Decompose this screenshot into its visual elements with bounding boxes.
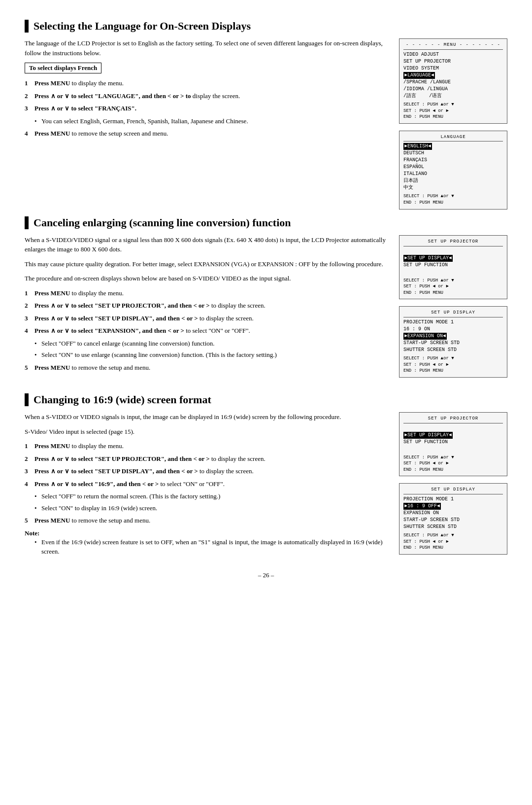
section2-intro2: This may cause picture quality degration… xyxy=(25,259,389,269)
section2: Canceling enlarging (scanning line conve… xyxy=(25,216,507,385)
section2-intro3: The procedure and on-screen displays sho… xyxy=(25,274,389,283)
menu-line xyxy=(403,248,503,255)
menu-footer: SELECT : PUSH ▲or ▼ SET : PUSH ◄ or ► EN… xyxy=(403,102,503,120)
note-content: • Even if the 16:9 (wide) screen feature… xyxy=(34,537,389,557)
menu-line: SHUTTER SCREEN STD xyxy=(403,347,503,353)
menu-line xyxy=(403,446,503,453)
section1-box-label: To select displays French xyxy=(25,63,101,73)
menu-line: ►EXPANSION ON◄ xyxy=(403,333,503,340)
bullet-item: • Select "ON" to use enlarge (scanning l… xyxy=(34,350,389,360)
menu-footer-line: SELECT : PUSH ▲or ▼ xyxy=(403,455,503,461)
section3-left: When a S-VIDEO or VIDEO signals is input… xyxy=(25,412,389,561)
section3-right: SET UP PROJECTOR ►SET UP DISPLAY◄ SET UP… xyxy=(399,412,507,561)
step-text: Press ∧ or ∨ to select "SET UP PROJECTOR… xyxy=(34,454,389,464)
menu-line: SET UP PROJECTOR xyxy=(403,58,503,65)
menu-line: PROJECTION MODE 1 xyxy=(403,319,503,326)
menu-box-4: SET UP DISPLAY PROJECTION MODE 1 16 : 9 … xyxy=(399,306,507,377)
section2-left: When a S-VIDEO/VIDEO signal or a signal … xyxy=(25,235,389,385)
step-num: 1 xyxy=(25,441,34,451)
bullet-text: You can select English, German, French, … xyxy=(41,116,248,126)
menu-footer-line: END : PUSH MENU xyxy=(403,114,503,120)
menu-footer-line: END : PUSH MENU xyxy=(403,467,503,473)
section1-right: - - - - - - MENU - - - - - - - VIDEO ADJ… xyxy=(399,38,507,216)
menu-line: EXPANSION ON xyxy=(403,510,503,517)
section2-intro1: When a S-VIDEO/VIDEO signal or a signal … xyxy=(25,235,389,254)
menu-line: VIDEO ADJUST xyxy=(403,51,503,58)
menu-line: ►SET UP DISPLAY◄ xyxy=(403,432,503,439)
step-2-5: 5 Press MENU to remove the setup and men… xyxy=(25,363,389,373)
step-text: Press ∧ or ∨ to select "FRANÇAIS". xyxy=(34,104,389,113)
highlighted-item: ►16 : 9 OFF◄ xyxy=(403,503,441,510)
menu-footer-line: END : PUSH MENU xyxy=(403,290,503,296)
step-num: 1 xyxy=(25,288,34,298)
menu-footer-line: END : PUSH MENU xyxy=(403,545,503,551)
menu-box-2: LANGUAGE ►ENGLISH◄ DEUTSCH FRANÇAIS ESPA… xyxy=(399,131,507,210)
bullet-item: • Select "ON" to display in 16:9 (wide) … xyxy=(34,503,389,513)
step-num: 2 xyxy=(25,91,34,101)
step-text: Press MENU to remove the setup and menu. xyxy=(34,363,389,373)
menu-footer-line: SELECT : PUSH ▲or ▼ xyxy=(403,355,503,362)
section3-bullets: • Select "OFF" to return the normal scre… xyxy=(34,491,389,513)
menu-line: SET UP FUNCTION xyxy=(403,262,503,269)
menu-line: PROJECTION MODE 1 xyxy=(403,496,503,503)
step-text: Press ∧ or ∨ to select "SET UP DISPLAY",… xyxy=(34,314,389,323)
menu-line: DEUTSCH xyxy=(403,150,503,157)
menu-line: /SPRACHE /LANGUE xyxy=(403,79,503,86)
menu-line: START-UP SCREEN STD xyxy=(403,340,503,347)
note-text: Even if the 16:9 (wide) screen feature i… xyxy=(41,537,389,557)
step-1-2: 2 Press ∧ or ∨ to select "LANGUAGE", and… xyxy=(25,91,389,101)
menu-footer-line: SELECT : PUSH ▲or ▼ xyxy=(403,102,503,108)
highlighted-item: ►EXPANSION ON◄ xyxy=(403,333,447,340)
section1-left: The language of the LCD Projector is set… xyxy=(25,38,389,216)
menu-footer-line: SELECT : PUSH ▲or ▼ xyxy=(403,193,503,200)
menu-footer: SELECT : PUSH ▲or ▼ SET : PUSH ◄ or ► EN… xyxy=(403,355,503,374)
menu-line: 日本語 xyxy=(403,177,503,184)
menu-line: 中文 xyxy=(403,184,503,191)
bullet-item: • Select "OFF" to return the normal scre… xyxy=(34,491,389,501)
menu-line: ESPAÑOL xyxy=(403,164,503,171)
menu-box-6: SET UP DISPLAY PROJECTION MODE 1 ►16 : 9… xyxy=(399,483,507,554)
section1-intro: The language of the LCD Projector is set… xyxy=(25,38,389,58)
section1: Selecting the Language for On-Screen Dis… xyxy=(25,20,507,216)
highlighted-item: ►LANGUAGE◄ xyxy=(403,72,435,79)
menu-line: /IDIOMA /LINGUA xyxy=(403,86,503,93)
menu-line xyxy=(403,425,503,432)
bullet-text: Select "OFF" to cancel enlarge (scanning… xyxy=(41,339,215,349)
step-num: 5 xyxy=(25,363,34,373)
menu-footer-line: SELECT : PUSH ▲or ▼ xyxy=(403,278,503,284)
step-3-3: 3 Press ∧ or ∨ to select "SET UP DISPLAY… xyxy=(25,466,389,476)
step-2-4: 4 Press ∧ or ∨ to select "EXPANSION", an… xyxy=(25,326,389,336)
menu-line: ►LANGUAGE◄ xyxy=(403,72,503,79)
step-num: 4 xyxy=(25,479,34,489)
menu-title: SET UP DISPLAY xyxy=(403,487,503,494)
note-label: Note: xyxy=(25,529,39,537)
step-3-5: 5 Press MENU to remove the setup and men… xyxy=(25,516,389,525)
menu-footer-line: SET : PUSH ◄ or ► xyxy=(403,108,503,114)
step-2-3: 3 Press ∧ or ∨ to select "SET UP DISPLAY… xyxy=(25,314,389,323)
bullet-text: Select "ON" to display in 16:9 (wide) sc… xyxy=(41,503,157,513)
step-text: Press MENU to remove the setup and menu. xyxy=(34,516,389,525)
menu-line: 16 : 9 ON xyxy=(403,326,503,333)
menu-footer-line: SET : PUSH ◄ or ► xyxy=(403,362,503,368)
highlighted-item: ►SET UP DISPLAY◄ xyxy=(403,432,453,439)
menu-line: START-UP SCREEN STD xyxy=(403,517,503,524)
menu-line: ►ENGLISH◄ xyxy=(403,143,503,150)
step-text: Press MENU to remove the setup screen an… xyxy=(34,129,389,139)
menu-line: ITALIANO xyxy=(403,171,503,177)
menu-title: SET UP PROJECTOR xyxy=(403,416,503,423)
section3: Changing to 16:9 (wide) screen format Wh… xyxy=(25,393,507,561)
menu-footer-line: SET : PUSH ◄ or ► xyxy=(403,283,503,290)
menu-footer-line: SET : PUSH ◄ or ► xyxy=(403,460,503,467)
step-1-3: 3 Press ∧ or ∨ to select "FRANÇAIS". xyxy=(25,104,389,113)
step-text: Press MENU to display the menu. xyxy=(34,441,389,451)
bullet-item: • Select "OFF" to cancel enlarge (scanni… xyxy=(34,339,389,349)
step-num: 2 xyxy=(25,454,34,464)
step-num: 3 xyxy=(25,314,34,323)
menu-line: VIDEO SYSTEM xyxy=(403,65,503,72)
bullet-item: • Even if the 16:9 (wide) screen feature… xyxy=(34,537,389,557)
bullet-dot: • xyxy=(34,350,41,360)
bullet-item: • You can select English, German, French… xyxy=(34,116,389,126)
step-text: Press MENU to display the menu. xyxy=(34,78,389,88)
menu-line: ►16 : 9 OFF◄ xyxy=(403,503,503,510)
step-num: 4 xyxy=(25,129,34,139)
